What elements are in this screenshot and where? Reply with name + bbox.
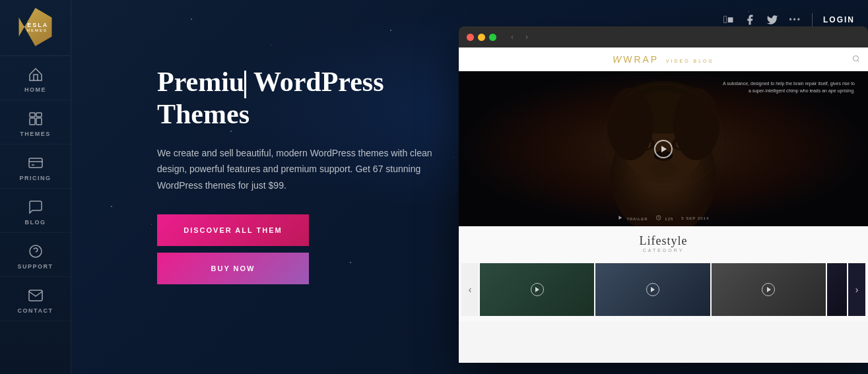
- video-date: 5 SEP 2014: [681, 216, 709, 220]
- twitter-icon[interactable]: [766, 14, 778, 26]
- thumbnail-1[interactable]: [480, 263, 594, 316]
- blog-icon: [26, 198, 45, 216]
- sidebar: TESLA THEMES HOME THEMES PRICING BLOG: [0, 0, 71, 374]
- svg-marker-28: [618, 216, 622, 220]
- home-icon: [26, 65, 45, 84]
- svg-rect-1: [36, 113, 42, 117]
- wrap-logo: WWRAP VIDEO BLOG: [613, 54, 714, 65]
- sidebar-item-blog[interactable]: BLOG: [0, 189, 71, 233]
- lifestyle-category: CATEGORY: [459, 248, 868, 253]
- browser-hero-text: A substance, designed to help the brain …: [723, 80, 855, 94]
- hero-title-line1: Premiu WordPress: [157, 67, 384, 97]
- svg-point-23: [650, 161, 677, 177]
- browser-search-icon[interactable]: [852, 54, 860, 65]
- sidebar-item-themes[interactable]: THEMES: [0, 100, 71, 144]
- sidebar-item-pricing[interactable]: PRICING: [0, 144, 71, 189]
- thumbnail-3[interactable]: [712, 263, 826, 316]
- lifestyle-title: Lifestyle: [459, 234, 868, 248]
- browser-hero-image: A substance, designed to help the brain …: [459, 71, 868, 226]
- svg-point-26: [673, 88, 719, 160]
- svg-point-9: [853, 55, 859, 61]
- play-button[interactable]: [654, 140, 673, 158]
- pricing-label: PRICING: [19, 175, 51, 181]
- svg-point-7: [30, 245, 42, 257]
- discover-button[interactable]: DISCOVER ALL THEM: [157, 214, 309, 246]
- pricing-icon: [26, 154, 45, 172]
- main-area: ■ ••• LOGIN Premiu WordPress Themes We …: [71, 0, 868, 374]
- browser-content: WWRAP VIDEO BLOG: [459, 47, 868, 363]
- svg-rect-2: [30, 118, 35, 125]
- svg-line-10: [857, 60, 859, 61]
- facebook-icon[interactable]: [744, 14, 756, 26]
- hero-description: We create and sell beautiful, modern Wor…: [157, 145, 434, 194]
- contact-icon: [26, 286, 45, 305]
- hero-text-overlay: A substance, designed to help the brain …: [723, 80, 855, 94]
- logo-area[interactable]: TESLA THEMES: [0, 0, 71, 56]
- support-icon: [26, 242, 45, 261]
- top-header: ■ ••• LOGIN: [71, 0, 868, 40]
- header-divider: [812, 13, 813, 26]
- logo-bottom: THEMES: [23, 28, 48, 32]
- svg-point-25: [607, 88, 653, 160]
- wrap-site-header: WWRAP VIDEO BLOG: [459, 47, 868, 71]
- more-icon[interactable]: •••: [789, 15, 801, 24]
- prev-arrow[interactable]: ‹: [461, 263, 479, 316]
- themes-icon: [26, 109, 45, 128]
- wrap-logo-area: WWRAP VIDEO BLOG: [613, 53, 714, 65]
- login-button[interactable]: LOGIN: [823, 15, 855, 24]
- sidebar-item-home[interactable]: HOME: [0, 56, 71, 100]
- video-views: 125: [656, 215, 674, 221]
- hero-content: Premiu WordPress Themes We create and se…: [157, 66, 461, 284]
- lifestyle-section: Lifestyle CATEGORY: [459, 226, 868, 258]
- thumb-play-1[interactable]: [531, 283, 544, 296]
- sidebar-item-support[interactable]: SUPPORT: [0, 233, 71, 277]
- next-arrow[interactable]: ›: [848, 263, 865, 316]
- wrap-subtitle: VIDEO BLOG: [666, 59, 714, 63]
- video-trailer: TRAILER: [618, 215, 648, 221]
- home-label: HOME: [24, 86, 46, 93]
- svg-rect-3: [36, 118, 42, 125]
- hero-title: Premiu WordPress Themes: [157, 66, 461, 131]
- svg-rect-4: [29, 158, 42, 168]
- thumb-play-3[interactable]: [762, 283, 775, 296]
- support-label: SUPPORT: [17, 263, 53, 270]
- buy-button[interactable]: BUY NOW: [157, 253, 309, 284]
- facebook-icon[interactable]: ■: [723, 14, 734, 26]
- sidebar-item-contact[interactable]: CONTACT: [0, 277, 71, 321]
- thumb-play-2[interactable]: [646, 283, 659, 296]
- logo-badge: TESLA THEMES: [17, 8, 55, 46]
- contact-label: CONTACT: [18, 307, 53, 314]
- logo-top: TESLA: [22, 22, 49, 29]
- thumbnail-2[interactable]: [595, 263, 710, 316]
- video-meta: TRAILER 125 5 SEP 2014: [618, 215, 710, 221]
- themes-label: THEMES: [20, 131, 51, 137]
- svg-rect-0: [30, 113, 35, 117]
- browser-mockup: ‹ › WWRAP VIDEO BLOG: [459, 26, 868, 363]
- blog-label: BLOG: [25, 219, 46, 226]
- wrap-logo-text: WRAP: [623, 54, 659, 65]
- thumbnail-4[interactable]: [827, 263, 847, 316]
- hero-title-line2: Themes: [157, 99, 250, 129]
- thumbnails-row: ‹ ›: [459, 258, 868, 321]
